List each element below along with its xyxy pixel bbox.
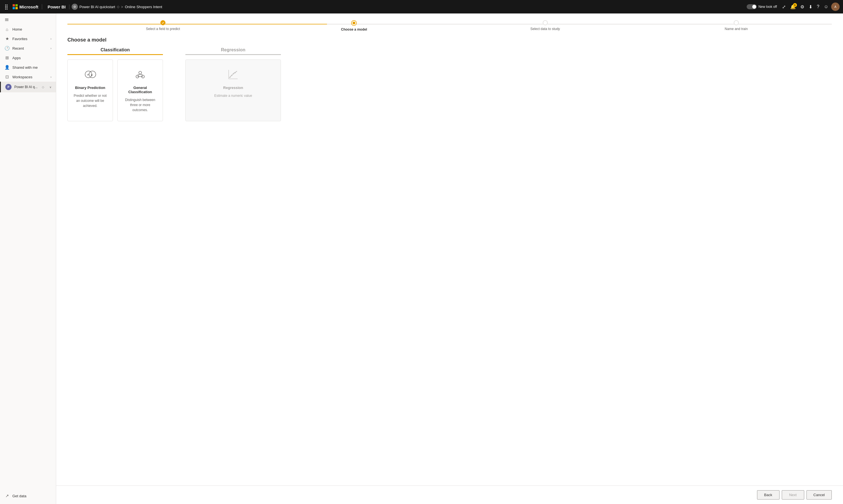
nav-right-controls: New look off ⤢ 🔔 1 ⚙ ⬇ ? ☺ A: [747, 2, 840, 11]
model-card-binary-prediction[interactable]: Binary Prediction Predict whether or not…: [67, 59, 113, 121]
chevron-right-icon: ›: [51, 37, 51, 40]
category-regression: Regression: [185, 48, 281, 121]
sidebar-item-label: Power BI AI q...: [14, 85, 38, 89]
step-circle-1: [160, 20, 166, 25]
sidebar-item-label: Recent: [12, 46, 24, 51]
new-look-toggle[interactable]: New look off: [747, 4, 777, 9]
svg-point-17: [229, 77, 230, 78]
shared-icon: 👤: [4, 65, 10, 70]
powerbi-label: Power BI: [45, 4, 69, 9]
sidebar-item-shared[interactable]: 👤 Shared with me: [0, 62, 56, 72]
chevron-right-icon: ›: [51, 47, 51, 50]
sidebar-item-apps[interactable]: ⊞ Apps: [0, 53, 56, 62]
sidebar-collapse-button[interactable]: [0, 16, 56, 25]
favorites-icon: ★: [4, 36, 10, 41]
categories-row: Classification: [67, 48, 832, 121]
sidebar-item-label: Workspaces: [12, 75, 32, 79]
back-button[interactable]: Back: [757, 490, 779, 500]
step-label-2: Choose a model: [341, 28, 367, 32]
next-button[interactable]: Next: [782, 490, 804, 500]
step-circle-3: [543, 20, 548, 25]
chevron-down-icon: ∨: [49, 86, 51, 89]
workspace-badge: P: [5, 84, 12, 90]
binary-prediction-desc: Predict whether or not an outcome will b…: [72, 93, 108, 108]
regression-title: Regression: [223, 86, 243, 90]
sidebar: ⌂ Home ★ Favorites › 🕐 Recent › ⊞ Apps 👤…: [0, 14, 56, 504]
model-card-regression: Regression Estimate a numeric value: [185, 59, 281, 121]
chevron-right-icon: ›: [51, 75, 51, 78]
notification-badge: 1: [793, 3, 797, 7]
wizard-footer: Back Next Cancel: [56, 485, 843, 504]
sidebar-bottom: ↗ Get data: [0, 491, 56, 504]
sidebar-item-workspace-current[interactable]: P Power BI AI q... ◇ ∨: [0, 82, 56, 92]
svg-point-19: [233, 74, 234, 75]
main-content: Select a field to predict Choose a model…: [56, 14, 843, 504]
waffle-icon[interactable]: ⣿: [3, 2, 9, 11]
wizard-step-choose-model: Choose a model: [258, 20, 449, 32]
sidebar-item-recent[interactable]: 🕐 Recent ›: [0, 43, 56, 53]
microsoft-logo: [13, 4, 18, 9]
toggle-switch[interactable]: [747, 4, 757, 9]
sidebar-item-label: Home: [12, 27, 22, 32]
wizard-step-select-data: Select data to study: [450, 20, 641, 31]
page-name: Online Shoppers Intent: [125, 5, 162, 9]
svg-point-20: [235, 73, 236, 73]
microsoft-label: Microsoft: [19, 4, 38, 9]
regression-cards: Regression Estimate a numeric value: [185, 59, 281, 121]
svg-point-5: [139, 71, 142, 74]
binary-prediction-icon: [82, 67, 98, 82]
workspace-name[interactable]: Power BI AI quickstart: [80, 5, 115, 9]
sidebar-item-home[interactable]: ⌂ Home: [0, 25, 56, 34]
wizard-steps: Select a field to predict Choose a model…: [56, 14, 843, 32]
model-content: Classification: [56, 48, 843, 485]
regression-icon: [225, 67, 241, 82]
avatar[interactable]: A: [831, 2, 840, 11]
step-label-4: Name and train: [725, 27, 748, 31]
step-circle-2: [351, 20, 357, 26]
step-label-3: Select data to study: [530, 27, 560, 31]
sidebar-item-favorites[interactable]: ★ Favorites ›: [0, 34, 56, 43]
avatar-initials: A: [834, 5, 836, 8]
diamond-icon: ◇: [117, 5, 119, 9]
sidebar-item-workspaces[interactable]: ⊡ Workspaces ›: [0, 72, 56, 82]
svg-rect-0: [5, 19, 8, 19]
general-classification-title: General Classification: [122, 86, 158, 94]
step-circle-4: [734, 20, 739, 25]
settings-icon[interactable]: ⚙: [798, 2, 806, 11]
diamond-workspace-icon: ◇: [40, 85, 46, 89]
sidebar-item-label: Apps: [12, 56, 21, 60]
cancel-button[interactable]: Cancel: [807, 490, 832, 500]
sidebar-item-label: Get data: [12, 494, 27, 498]
sidebar-item-getdata[interactable]: ↗ Get data: [0, 491, 56, 501]
classification-header: Classification: [67, 48, 163, 55]
model-card-general-classification[interactable]: General Classification Distinguish betwe…: [117, 59, 163, 121]
microsoft-branding: Microsoft: [13, 4, 42, 9]
category-classification: Classification: [67, 48, 163, 121]
help-icon[interactable]: ?: [815, 2, 821, 11]
notification-icon[interactable]: 🔔 1: [789, 2, 797, 11]
step-label-1: Select a field to predict: [146, 27, 180, 31]
feedback-icon[interactable]: ☺: [822, 2, 830, 11]
sidebar-item-label: Favorites: [12, 37, 27, 41]
binary-prediction-title: Binary Prediction: [75, 86, 105, 90]
wizard-step-name-train: Name and train: [641, 20, 832, 31]
workspaces-icon: ⊡: [4, 74, 10, 79]
svg-line-8: [137, 74, 140, 75]
wizard-step-select-field: Select a field to predict: [67, 20, 258, 31]
recent-icon: 🕐: [4, 46, 10, 51]
home-icon: ⌂: [4, 27, 10, 32]
expand-icon[interactable]: ⤢: [780, 2, 787, 11]
regression-header: Regression: [185, 48, 281, 55]
breadcrumb: ⚙ Power BI AI quickstart ◇ > Online Shop…: [72, 4, 744, 10]
regression-desc: Estimate a numeric value: [214, 93, 252, 98]
sidebar-item-label: Shared with me: [12, 66, 38, 70]
svg-rect-1: [5, 20, 8, 20]
apps-icon: ⊞: [4, 55, 10, 60]
svg-line-9: [140, 74, 143, 75]
download-icon[interactable]: ⬇: [807, 2, 814, 11]
svg-point-21: [236, 71, 237, 72]
toggle-label: New look off: [758, 5, 777, 9]
page-title: Choose a model: [56, 32, 843, 48]
top-navigation: ⣿ Microsoft Power BI ⚙ Power BI AI quick…: [0, 0, 843, 14]
workspace-icon: ⚙: [72, 4, 78, 10]
